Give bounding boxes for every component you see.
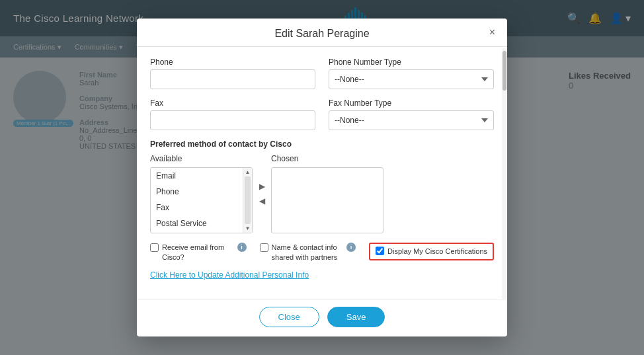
name-contact-label: Name & contact info shared with partners	[272, 243, 344, 263]
phone-type-label: Phone Number Type	[329, 58, 494, 67]
modal-title: Edit Sarah Peragine	[274, 28, 369, 40]
fax-group: Fax	[150, 99, 315, 130]
checkboxes-row: Receive email from Cisco? i Name & conta…	[150, 243, 494, 263]
modal-overlay: Edit Sarah Peragine × Phone Phone Number…	[0, 0, 644, 355]
contact-section-label: Preferred method of contact by Cisco	[150, 139, 494, 149]
fax-label: Fax	[150, 99, 315, 108]
phone-group: Phone	[150, 58, 315, 89]
receive-email-label: Receive email from Cisco?	[162, 243, 234, 263]
close-icon[interactable]: ×	[485, 25, 499, 40]
phone-row: Phone Phone Number Type --None--	[150, 58, 494, 89]
receive-email-group: Receive email from Cisco? i	[150, 243, 247, 263]
chosen-group: Chosen	[271, 154, 383, 233]
list-item-fax[interactable]: Fax	[151, 200, 252, 216]
phone-type-select[interactable]: --None--	[329, 69, 494, 89]
modal-footer: Close Save	[137, 299, 507, 336]
available-group: Available Email Phone Fax Postal Service…	[150, 154, 253, 233]
fax-input[interactable]	[150, 110, 315, 130]
display-cert-box: Display My Cisco Certifications	[369, 243, 494, 260]
display-cert-checkbox[interactable]	[376, 247, 384, 255]
display-cert-label: Display My Cisco Certifications	[387, 247, 487, 256]
receive-email-checkbox[interactable]	[150, 243, 159, 252]
list-item-postal[interactable]: Postal Service	[151, 216, 252, 231]
save-button[interactable]: Save	[327, 307, 385, 327]
close-button[interactable]: Close	[259, 307, 319, 327]
modal-header: Edit Sarah Peragine ×	[137, 19, 507, 47]
phone-input[interactable]	[150, 69, 315, 89]
fax-type-group: Fax Number Type --None--	[329, 99, 494, 130]
phone-type-group: Phone Number Type --None--	[329, 58, 494, 89]
chosen-list-box	[271, 167, 383, 233]
name-contact-info-icon[interactable]: i	[346, 243, 356, 252]
dual-list: Available Email Phone Fax Postal Service…	[150, 154, 494, 233]
scroll-up-arrow[interactable]: ▲	[245, 169, 251, 175]
available-list-box: Email Phone Fax Postal Service ▲ ▼	[150, 167, 253, 233]
name-contact-group: Name & contact info shared with partners…	[260, 243, 356, 263]
available-label: Available	[150, 154, 253, 163]
update-link-text: Click Here to Update Additional Personal…	[150, 270, 309, 280]
modal-body: Phone Phone Number Type --None-- Fax F	[137, 47, 507, 300]
move-right-button[interactable]: ▶	[257, 181, 267, 192]
name-contact-checkbox[interactable]	[260, 243, 268, 252]
modal-scrollbar-thumb[interactable]	[503, 51, 506, 91]
receive-email-info-icon[interactable]: i	[237, 243, 247, 252]
edit-modal: Edit Sarah Peragine × Phone Phone Number…	[137, 19, 507, 337]
available-scrollbar[interactable]: ▲ ▼	[243, 168, 252, 233]
move-left-button[interactable]: ◀	[257, 196, 267, 206]
chosen-label: Chosen	[271, 154, 383, 163]
list-item-email[interactable]: Email	[151, 168, 252, 184]
fax-row: Fax Fax Number Type --None--	[150, 99, 494, 130]
update-personal-info-link[interactable]: Click Here to Update Additional Personal…	[150, 270, 494, 280]
list-item-phone[interactable]: Phone	[151, 184, 252, 200]
fax-type-label: Fax Number Type	[329, 99, 494, 108]
scroll-track	[245, 177, 251, 224]
transfer-buttons: ▶ ◀	[253, 181, 271, 206]
fax-type-select[interactable]: --None--	[329, 110, 494, 130]
scroll-down-arrow[interactable]: ▼	[245, 225, 251, 231]
modal-scrollbar[interactable]	[502, 48, 507, 301]
phone-label: Phone	[150, 58, 315, 67]
